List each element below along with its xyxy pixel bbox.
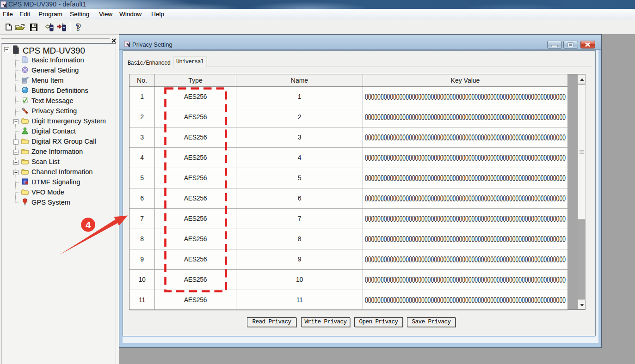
svg-text:?: ? (76, 23, 81, 32)
